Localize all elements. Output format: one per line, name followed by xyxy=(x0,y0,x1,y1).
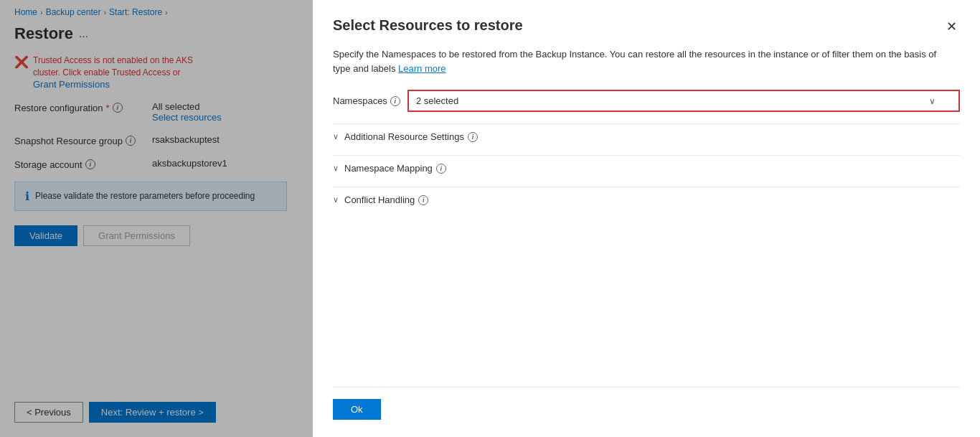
modal-title: Select Resources to restore xyxy=(333,17,523,34)
accordion-namespace-mapping-header[interactable]: ∨ Namespace Mapping i xyxy=(333,155,960,181)
conflict-handling-info-icon[interactable]: i xyxy=(418,195,428,205)
accordion-conflict-handling-header[interactable]: ∨ Conflict Handling i xyxy=(333,187,960,212)
modal-panel: Select Resources to restore ✕ Specify th… xyxy=(313,0,980,437)
accordion-additional-resource-title: Additional Resource Settings i xyxy=(344,131,478,142)
main-page: Home › Backup center › Start: Restore › … xyxy=(0,0,980,437)
modal-footer: Ok xyxy=(333,387,960,420)
modal-description: Specify the Namespaces to be restored fr… xyxy=(333,47,950,75)
modal-header: Select Resources to restore ✕ xyxy=(333,17,960,36)
additional-resource-info-icon[interactable]: i xyxy=(468,132,478,142)
accordion-conflict-handling: ∨ Conflict Handling i xyxy=(333,187,960,212)
accordion-namespace-mapping-title: Namespace Mapping i xyxy=(344,163,446,174)
accordion-additional-resource-header[interactable]: ∨ Additional Resource Settings i xyxy=(333,123,960,149)
accordion-conflict-handling-chevron: ∨ xyxy=(333,195,339,205)
namespaces-info-icon[interactable]: i xyxy=(390,96,400,106)
accordion-additional-resource-chevron: ∨ xyxy=(333,132,339,141)
accordion-conflict-handling-title: Conflict Handling i xyxy=(344,194,428,205)
namespaces-chevron-icon: ∨ xyxy=(929,96,936,106)
accordion-namespace-mapping: ∨ Namespace Mapping i xyxy=(333,155,960,181)
namespaces-selected-value: 2 selected xyxy=(416,95,458,106)
modal-close-button[interactable]: ✕ xyxy=(943,17,960,36)
namespaces-label: Namespaces i xyxy=(333,95,400,106)
accordion-namespace-mapping-chevron: ∨ xyxy=(333,164,339,173)
learn-more-link[interactable]: Learn more xyxy=(398,63,446,74)
namespaces-field-row: Namespaces i 2 selected ∨ xyxy=(333,90,960,112)
namespace-mapping-info-icon[interactable]: i xyxy=(436,164,446,174)
ok-button[interactable]: Ok xyxy=(333,399,381,420)
accordion-additional-resource: ∨ Additional Resource Settings i xyxy=(333,123,960,149)
namespaces-dropdown[interactable]: 2 selected ∨ xyxy=(407,90,960,112)
accordion-container: ∨ Additional Resource Settings i ∨ Names… xyxy=(333,123,960,218)
